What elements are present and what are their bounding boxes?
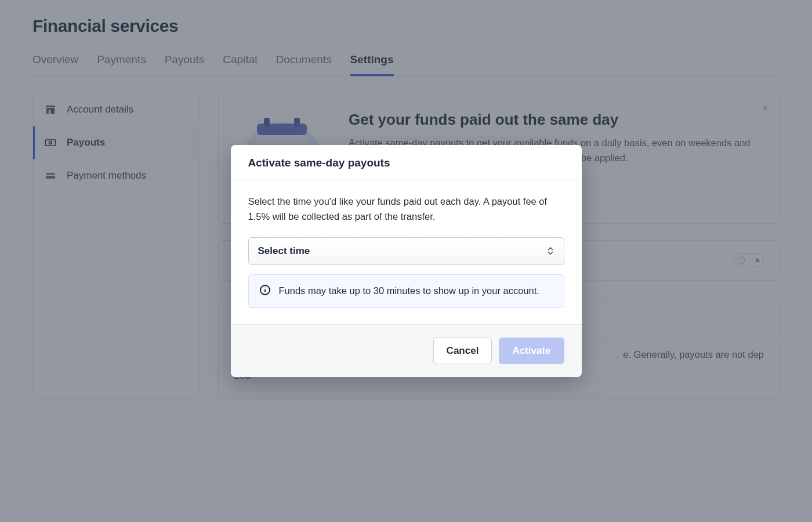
info-notice: Funds may take up to 30 minutes to show … [248,274,564,308]
select-placeholder: Select time [258,245,310,257]
modal-description: Select the time you'd like your funds pa… [248,194,564,224]
svg-point-17 [264,287,265,288]
chevron-updown-icon [548,247,554,255]
time-select[interactable]: Select time [248,237,564,265]
info-icon [259,284,271,298]
modal-overlay[interactable]: Activate same-day payouts Select the tim… [0,0,812,522]
cancel-button[interactable]: Cancel [433,338,492,364]
modal-title: Activate same-day payouts [248,157,564,169]
activate-button[interactable]: Activate [499,338,564,364]
activate-modal: Activate same-day payouts Select the tim… [231,145,582,376]
notice-text: Funds may take up to 30 minutes to show … [279,285,539,296]
